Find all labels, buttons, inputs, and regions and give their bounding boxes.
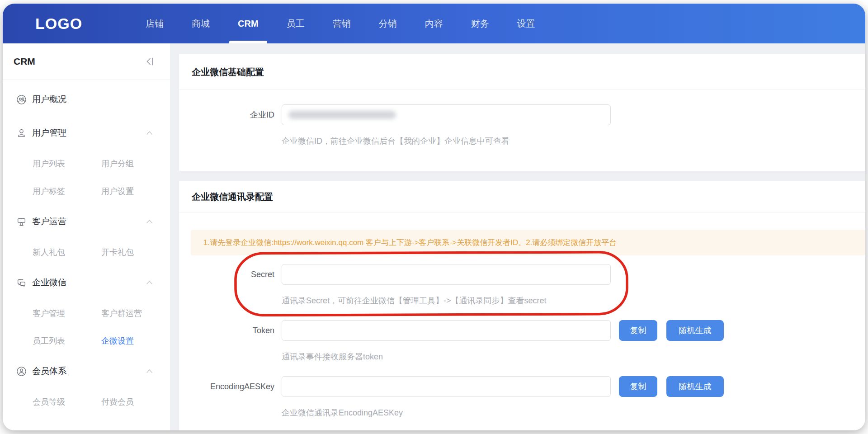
notice-text: 1.请先登录企业微信:https://work.weixin.qq.com 客户… xyxy=(203,237,617,248)
users-overview-icon xyxy=(16,94,27,105)
secret-input[interactable] xyxy=(282,264,611,285)
sidebar-item-user-manage[interactable]: 用户管理 xyxy=(3,116,170,150)
sidebar-item-label: 会员体系 xyxy=(32,365,146,377)
notice-banner: 1.请先登录企业微信:https://work.weixin.qq.com 客户… xyxy=(191,230,865,255)
main-content: 企业微信基础配置 企业ID 企业微信ID，前往企业微信后台【我的企业】企业信息中… xyxy=(170,43,865,430)
sidebar-item-customer-manage[interactable]: 客户管理 xyxy=(33,308,101,319)
card-divider xyxy=(179,212,865,212)
sidebar-item-newbie-pack[interactable]: 新人礼包 xyxy=(33,247,101,258)
nav-item-mall[interactable]: 商城 xyxy=(192,4,210,43)
sidebar-item-user-list[interactable]: 用户列表 xyxy=(33,158,101,169)
sidebar-item-user-tag[interactable]: 用户标签 xyxy=(33,186,101,197)
sidebar-item-label: 客户运营 xyxy=(32,216,146,227)
sidebar-item-wecom-settings[interactable]: 企微设置 xyxy=(101,335,134,346)
sidebar-item-user-overview[interactable]: 用户概况 xyxy=(3,83,170,116)
sidebar-item-customer-ops[interactable]: 客户运营 xyxy=(3,205,170,238)
sidebar-divider xyxy=(3,80,170,80)
sidebar-item-label: 企业微信 xyxy=(32,277,146,288)
chevron-up-icon xyxy=(146,219,153,224)
aeskey-hint: 企业微信通讯录EncodingAESKey xyxy=(282,408,865,418)
nav-item-finance[interactable]: 财务 xyxy=(471,4,489,43)
nav-item-shop[interactable]: 店铺 xyxy=(146,4,164,43)
chevron-up-icon xyxy=(146,369,153,373)
corp-id-hint: 企业微信ID，前往企业微信后台【我的企业】企业信息中可查看 xyxy=(282,136,865,146)
app-window: LOGO 店铺 商城 CRM 员工 营销 分销 内容 财务 设置 CRM 用 xyxy=(3,4,865,430)
customer-ops-icon xyxy=(16,217,27,227)
aeskey-input[interactable] xyxy=(282,376,611,397)
token-input[interactable] xyxy=(282,320,611,341)
user-manage-icon xyxy=(16,128,27,138)
main-nav: 店铺 商城 CRM 员工 营销 分销 内容 财务 设置 xyxy=(146,4,535,43)
masked-corp-id-value xyxy=(288,111,396,119)
secret-hint: 通讯录Secret，可前往企业微信【管理工具】->【通讯录同步】查看secret xyxy=(282,296,865,306)
token-hint: 通讯录事件接收服务器token xyxy=(282,352,865,362)
nav-item-staff[interactable]: 员工 xyxy=(287,4,305,43)
sidebar-item-member-level[interactable]: 会员等级 xyxy=(33,396,101,407)
member-icon xyxy=(16,366,27,377)
sidebar-subrow: 会员等级 付费会员 xyxy=(3,388,170,415)
sidebar-item-label: 用户概况 xyxy=(32,94,153,105)
chevron-up-icon xyxy=(146,280,153,285)
nav-item-marketing[interactable]: 营销 xyxy=(333,4,351,43)
aeskey-label: EncodingAESKey xyxy=(179,382,274,392)
wecom-contacts-config-card: 企业微信通讯录配置 1.请先登录企业微信:https://work.weixin… xyxy=(179,181,865,430)
sidebar-subrow: 新人礼包 开卡礼包 xyxy=(3,238,170,266)
corp-id-label: 企业ID xyxy=(179,109,274,120)
sidebar-title: CRM xyxy=(14,56,145,67)
sidebar-item-staff-list[interactable]: 员工列表 xyxy=(33,335,101,346)
token-generate-button[interactable]: 随机生成 xyxy=(666,320,724,341)
nav-item-crm[interactable]: CRM xyxy=(238,4,259,43)
sidebar-subrow: 用户列表 用户分组 xyxy=(3,150,170,177)
wecom-chat-icon xyxy=(16,278,27,288)
nav-item-distribution[interactable]: 分销 xyxy=(379,4,397,43)
aeskey-generate-button[interactable]: 随机生成 xyxy=(666,376,724,397)
sidebar-subrow: 客户管理 客户群运营 xyxy=(3,299,170,327)
token-copy-button[interactable]: 复制 xyxy=(619,320,657,341)
sidebar-item-user-group[interactable]: 用户分组 xyxy=(101,158,134,169)
sidebar-item-customer-group-ops[interactable]: 客户群运营 xyxy=(101,308,142,319)
sidebar-item-member-system[interactable]: 会员体系 xyxy=(3,354,170,388)
card-title: 企业微信基础配置 xyxy=(179,54,865,79)
wecom-basic-config-card: 企业微信基础配置 企业ID 企业微信ID，前往企业微信后台【我的企业】企业信息中… xyxy=(179,54,865,171)
sidebar-item-card-pack[interactable]: 开卡礼包 xyxy=(101,247,134,258)
nav-item-settings[interactable]: 设置 xyxy=(517,4,535,43)
nav-item-content[interactable]: 内容 xyxy=(425,4,443,43)
collapse-left-icon[interactable] xyxy=(145,57,155,66)
sidebar-item-wecom[interactable]: 企业微信 xyxy=(3,266,170,299)
card-divider xyxy=(179,90,865,90)
sidebar: CRM 用户概况 用户管理 用户列表 用户分组 用户标签 用户设 xyxy=(3,43,170,430)
logo: LOGO xyxy=(35,15,82,33)
sidebar-header: CRM xyxy=(3,43,170,80)
sidebar-subrow: 用户标签 用户设置 xyxy=(3,177,170,205)
card-title: 企业微信通讯录配置 xyxy=(179,181,865,203)
top-navbar: LOGO 店铺 商城 CRM 员工 营销 分销 内容 财务 设置 xyxy=(3,4,865,43)
chevron-up-icon xyxy=(146,131,153,135)
sidebar-item-user-setting[interactable]: 用户设置 xyxy=(101,186,134,197)
aeskey-copy-button[interactable]: 复制 xyxy=(619,376,657,397)
sidebar-subrow: 员工列表 企微设置 xyxy=(3,327,170,354)
token-label: Token xyxy=(179,326,274,335)
secret-label: Secret xyxy=(179,270,274,279)
corp-id-input[interactable] xyxy=(282,104,611,125)
sidebar-item-label: 用户管理 xyxy=(32,127,146,139)
sidebar-item-paid-member[interactable]: 付费会员 xyxy=(101,396,134,407)
